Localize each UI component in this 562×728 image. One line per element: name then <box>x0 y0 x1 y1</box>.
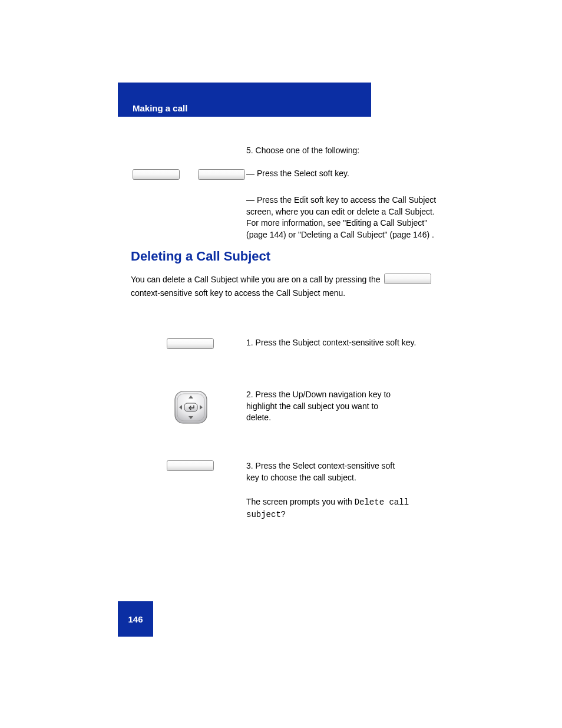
step3-prompt-prefix: The screen prompts you with <box>246 497 355 506</box>
section-heading: Deleting a Call Subject <box>131 249 270 264</box>
step5-line: 5. Choose one of the following: <box>246 146 359 155</box>
softkey-edit <box>198 169 245 180</box>
step3-l1: 3. Press the Select context-sensitive so… <box>246 461 395 470</box>
intro-b: context-sensitive soft key to access the… <box>131 288 345 298</box>
softkey-select-step3 <box>167 460 214 471</box>
step2-l2: highlight the call subject you want to <box>246 401 378 411</box>
step3-l2: key to choose the call subject. <box>246 473 356 482</box>
intro-a: You can delete a Call Subject while you … <box>131 275 383 284</box>
step1-text: 1. Press the Subject context-sensitive s… <box>246 338 445 347</box>
svg-rect-11 <box>167 460 214 470</box>
step1-softkey <box>167 338 214 349</box>
step3-softkey <box>167 460 214 471</box>
step5-text-block-a: 5. Choose one of the following: — Press … <box>246 145 445 180</box>
step5-softkeys <box>133 169 245 180</box>
document-page: Making a call 5. Choose one of t <box>0 0 562 728</box>
step3-text: 3. Press the Select context-sensitive so… <box>246 460 445 521</box>
step5-or: or <box>289 230 298 239</box>
step5-period: . <box>432 230 434 239</box>
section-intro: You can delete a Call Subject while you … <box>131 274 446 299</box>
nav-pad-icon <box>173 389 209 428</box>
softkey-subject <box>167 338 214 349</box>
step5-link2[interactable]: "Deleting a Call Subject" (page 146) <box>298 230 429 239</box>
softkey-select <box>133 169 180 180</box>
step5-bullet-a: — Press the Select soft key. <box>246 169 349 178</box>
page-number: 146 <box>128 614 143 624</box>
svg-rect-0 <box>133 169 180 179</box>
step2-text: 2. Press the Up/Down navigation key to h… <box>246 389 445 424</box>
page-number-box: 146 <box>118 601 153 637</box>
svg-rect-10 <box>184 403 197 411</box>
softkey-subject-inline <box>384 274 431 287</box>
running-header: Making a call <box>133 103 187 113</box>
svg-rect-3 <box>167 338 214 348</box>
svg-rect-2 <box>384 274 431 284</box>
step5-text-block-b: — Press the Edit soft key to access the … <box>246 195 445 241</box>
svg-rect-1 <box>198 169 244 179</box>
step2-l1: 2. Press the Up/Down navigation key to <box>246 390 391 399</box>
step2-l3: delete. <box>246 413 271 422</box>
